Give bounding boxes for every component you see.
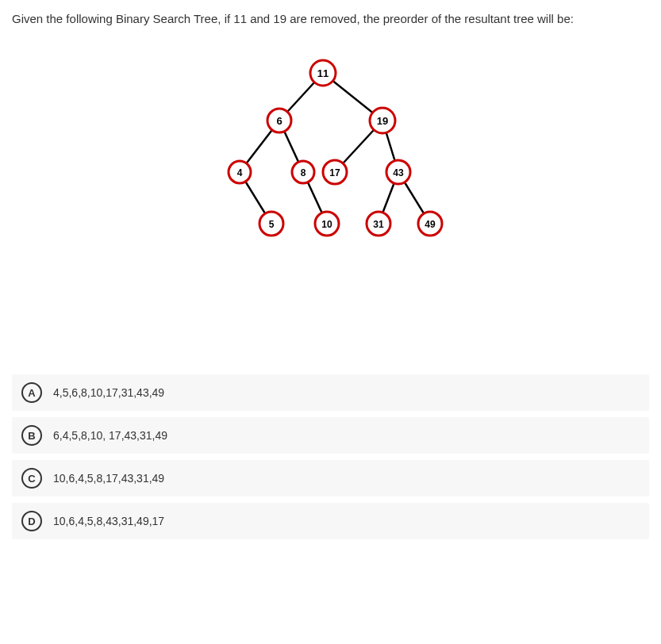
node-17: 17 [329,167,340,178]
node-43: 43 [393,167,404,178]
node-5: 5 [268,219,274,230]
option-letter-a: A [21,382,42,403]
node-49: 49 [425,219,436,230]
option-letter-b: B [21,425,42,446]
option-text-a: 4,5,6,8,10,17,31,43,49 [53,386,164,399]
option-letter-d: D [21,511,42,531]
node-8: 8 [300,167,306,178]
option-c[interactable]: C 10,6,4,5,8,17,43,31,49 [12,460,649,496]
option-text-d: 10,6,4,5,8,43,31,49,17 [53,515,164,527]
bst-svg: 11 6 19 4 8 17 43 5 10 [204,49,458,255]
node-19: 19 [376,115,387,127]
option-text-b: 6,4,5,8,10, 17,43,31,49 [53,429,167,442]
option-letter-c: C [21,468,42,489]
node-6: 6 [276,115,282,127]
node-11: 11 [317,67,328,79]
option-d[interactable]: D 10,6,4,5,8,43,31,49,17 [12,503,649,539]
option-text-c: 10,6,4,5,8,17,43,31,49 [53,472,164,485]
option-a[interactable]: A 4,5,6,8,10,17,31,43,49 [12,374,649,411]
question-text: Given the following Binary Search Tree, … [12,12,649,25]
tree-diagram: 11 6 19 4 8 17 43 5 10 [12,49,649,255]
node-31: 31 [373,219,384,230]
node-4: 4 [236,167,242,178]
node-10: 10 [321,219,332,230]
option-b[interactable]: B 6,4,5,8,10, 17,43,31,49 [12,417,649,454]
options-list: A 4,5,6,8,10,17,31,43,49 B 6,4,5,8,10, 1… [12,374,649,539]
